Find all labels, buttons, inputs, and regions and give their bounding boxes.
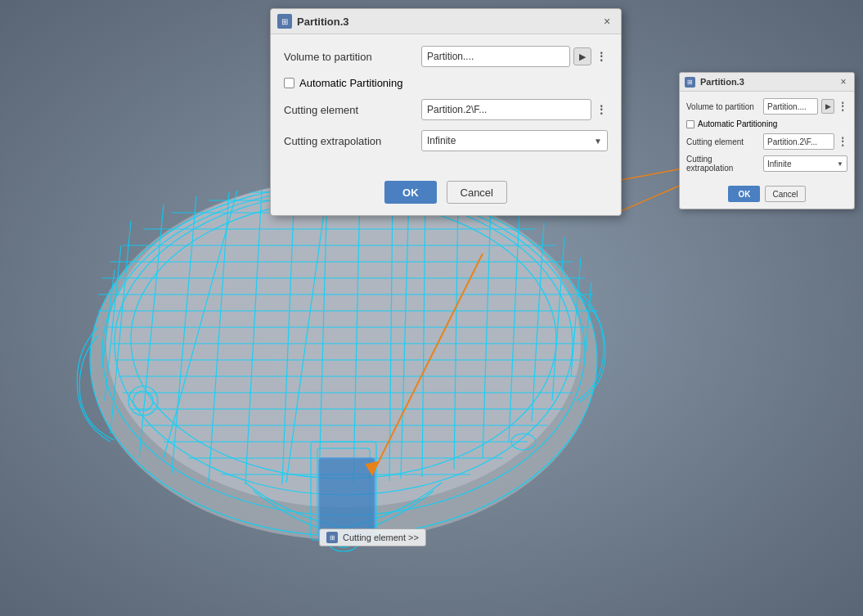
- automatic-partitioning-row: Automatic Partitioning: [284, 77, 608, 89]
- main-dialog-close-button[interactable]: ×: [600, 14, 614, 29]
- tooltip-text: Cutting element >>: [343, 533, 419, 542]
- automatic-partitioning-label: Automatic Partitioning: [299, 77, 402, 89]
- cutting-extrapolation-control-group: Infinite ▼: [421, 130, 608, 151]
- mini-cutting-extrapolation-select[interactable]: Infinite ▼: [763, 155, 847, 172]
- cutting-element-value: Partition.2\F...: [427, 104, 487, 115]
- mini-cutting-element-value: Partition.2\F...: [767, 137, 817, 146]
- mini-automatic-partitioning-row: Automatic Partitioning: [686, 119, 847, 128]
- volume-to-partition-label: Volume to partition: [284, 51, 415, 63]
- mini-volume-more-btn[interactable]: ⋮: [838, 99, 847, 114]
- cutting-element-more-btn[interactable]: ⋮: [595, 101, 608, 119]
- automatic-partitioning-checkbox[interactable]: [284, 78, 294, 88]
- mini-cutting-element-row: Cutting element Partition.2\F... ⋮: [686, 133, 847, 150]
- volume-input[interactable]: Partition....: [421, 46, 570, 67]
- mini-cancel-button[interactable]: Cancel: [765, 186, 805, 202]
- mini-volume-value: Partition....: [767, 102, 807, 111]
- mini-ok-button[interactable]: OK: [728, 186, 760, 202]
- mini-dropdown-arrow-icon: ▼: [837, 160, 843, 168]
- tooltip-icon: ⊞: [326, 532, 338, 543]
- mini-dialog: ⊞ Partition.3 × Volume to partition Part…: [679, 72, 855, 209]
- main-dialog-titlebar: ⊞ Partition.3 ×: [271, 9, 621, 34]
- mini-dialog-footer: OK Cancel: [680, 182, 854, 209]
- main-dialog: ⊞ Partition.3 × Volume to partition Part…: [270, 8, 622, 216]
- main-dialog-body: Volume to partition Partition.... ▶ ⋮ Au…: [271, 34, 621, 174]
- main-cancel-button[interactable]: Cancel: [447, 181, 507, 204]
- volume-value: Partition....: [427, 51, 474, 62]
- main-dialog-footer: OK Cancel: [271, 174, 621, 215]
- mini-cutting-element-label: Cutting element: [686, 137, 760, 146]
- mini-volume-row: Volume to partition Partition.... ▶ ⋮: [686, 98, 847, 115]
- cutting-extrapolation-value: Infinite: [427, 135, 456, 146]
- volume-to-partition-row: Volume to partition Partition.... ▶ ⋮: [284, 46, 608, 67]
- volume-navigate-btn[interactable]: ▶: [573, 47, 591, 65]
- cutting-extrapolation-select[interactable]: Infinite ▼: [421, 130, 608, 151]
- mini-volume-input[interactable]: Partition....: [763, 98, 818, 115]
- mini-volume-navigate-btn[interactable]: ▶: [821, 99, 834, 114]
- mini-cutting-extrapolation-label: Cutting extrapolation: [686, 155, 760, 173]
- svg-rect-55: [319, 458, 375, 540]
- main-dialog-title: Partition.3: [297, 16, 595, 28]
- volume-more-btn[interactable]: ⋮: [595, 47, 608, 65]
- cutting-extrapolation-row: Cutting extrapolation Infinite ▼: [284, 130, 608, 151]
- cutting-extrapolation-label: Cutting extrapolation: [284, 135, 415, 147]
- viewport-tooltip: ⊞ Cutting element >>: [319, 528, 426, 546]
- mini-dialog-body: Volume to partition Partition.... ▶ ⋮ Au…: [680, 92, 854, 182]
- mini-dialog-close-button[interactable]: ×: [838, 76, 849, 88]
- mini-volume-label: Volume to partition: [686, 102, 760, 111]
- mini-cutting-extrapolation-row: Cutting extrapolation Infinite ▼: [686, 155, 847, 173]
- mini-cutting-element-input[interactable]: Partition.2\F...: [763, 133, 834, 150]
- mini-cutting-element-more-btn[interactable]: ⋮: [838, 134, 847, 149]
- mini-automatic-partitioning-checkbox[interactable]: [686, 120, 694, 128]
- dropdown-arrow-icon: ▼: [594, 137, 602, 146]
- cutting-element-row: Cutting element Partition.2\F... ⋮: [284, 99, 608, 120]
- mini-dialog-titlebar: ⊞ Partition.3 ×: [680, 73, 854, 92]
- partition-icon: ⊞: [277, 14, 292, 29]
- volume-control-group: Partition.... ▶ ⋮: [421, 46, 608, 67]
- cutting-element-control-group: Partition.2\F... ⋮: [421, 99, 608, 120]
- cutting-element-label: Cutting element: [284, 104, 415, 116]
- mini-partition-icon: ⊞: [685, 77, 695, 88]
- mini-automatic-partitioning-label: Automatic Partitioning: [698, 119, 777, 128]
- cutting-element-input[interactable]: Partition.2\F...: [421, 99, 591, 120]
- mini-cutting-extrapolation-value: Infinite: [767, 160, 791, 169]
- mini-dialog-title: Partition.3: [700, 77, 833, 87]
- main-ok-button[interactable]: OK: [384, 181, 437, 204]
